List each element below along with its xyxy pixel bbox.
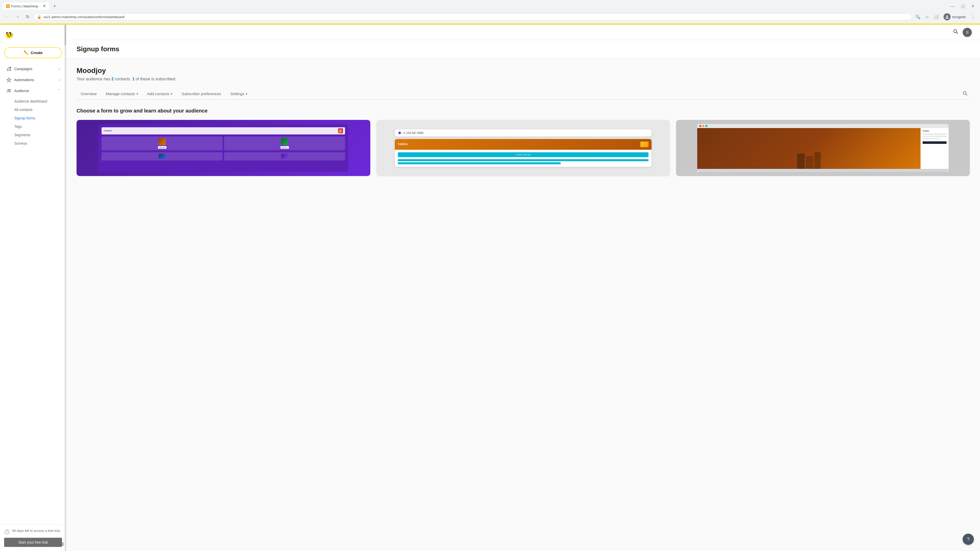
tab-subscriber-preferences[interactable]: Subscriber preferences: [177, 89, 225, 100]
audience-chevron: ˅: [58, 89, 60, 93]
help-button[interactable]: ?: [963, 534, 974, 545]
svg-point-7: [11, 34, 13, 36]
store-name-2: TANDU: [398, 143, 408, 146]
tab-overview[interactable]: Overview: [76, 89, 101, 100]
trial-text: 90 days left to access a free trial.: [12, 529, 61, 533]
address-bar[interactable]: 🔒 us21.admin.mailchimp.com/audience/form…: [34, 14, 912, 20]
sidebar-item-segments[interactable]: Segments: [2, 131, 64, 139]
product-img-3: [159, 154, 165, 159]
browser-menu-button[interactable]: ⋮: [969, 13, 977, 21]
browser-nav-tools: 🔍 ☆ ⬜ Incognito ⋮: [914, 12, 977, 21]
svg-point-10: [10, 89, 11, 90]
contacts-suffix: contacts.: [115, 77, 132, 81]
sidebar-item-signup-forms[interactable]: Signup forms: [2, 114, 64, 122]
new-tab-button[interactable]: +: [51, 3, 58, 10]
start-trial-button[interactable]: Start your free trial: [4, 538, 62, 547]
content-area: Moodjoy Your audience has 2 contacts. 1 …: [66, 59, 980, 184]
profile-button[interactable]: S: [963, 28, 972, 37]
tabs-container: Overview Manage contacts ▾ Add contacts …: [76, 89, 970, 100]
sidebar-footer: 🕐 90 days left to access a free trial. S…: [0, 524, 66, 551]
buy-btn-1: Buy now: [158, 146, 166, 149]
confirm-card: TANDU Confirm with text: [395, 139, 652, 167]
back-button[interactable]: ←: [3, 13, 11, 21]
mailchimp-logo: [4, 30, 14, 40]
audience-stats-prefix: Your audience has: [76, 77, 111, 81]
close-tab-button[interactable]: ✕: [43, 4, 46, 8]
sidebar-item-automations[interactable]: Automations ›: [2, 75, 64, 85]
input-fields: [398, 159, 649, 164]
tab-overview-label: Overview: [81, 92, 97, 96]
sidebar-item-surveys[interactable]: Surveys: [2, 139, 64, 148]
app-container: ✏️ Create Campaigns › Automations ›: [0, 25, 980, 551]
contacts-count-link[interactable]: 2: [111, 77, 114, 81]
automations-icon: [6, 77, 12, 83]
automations-label: Automations: [14, 78, 56, 82]
forward-button[interactable]: →: [13, 13, 21, 21]
form-cards-grid: TANDU Buy now: [76, 120, 970, 176]
window-close-dot: [699, 125, 701, 127]
global-search-button[interactable]: [951, 27, 961, 38]
sidebar-header: [0, 25, 66, 45]
audience-name: Moodjoy: [76, 67, 970, 75]
phone-bubble: +1 234 567 0000: [395, 129, 652, 137]
sidebar-item-campaigns[interactable]: Campaigns ›: [2, 64, 64, 74]
page-title: Signup forms: [76, 45, 970, 53]
product-row-1: Buy now Buy now: [102, 137, 345, 150]
incognito-avatar: [943, 13, 951, 21]
svg-point-6: [10, 35, 11, 36]
store-name-1: TANDU: [103, 130, 112, 132]
campaigns-chevron: ›: [59, 67, 60, 71]
sidebar-item-audience-dashboard[interactable]: Audience dashboard: [2, 97, 64, 105]
secure-icon: 🔒: [37, 15, 41, 19]
tab-manage-contacts-label: Manage contacts: [106, 92, 135, 96]
form-card-laptop[interactable]: TANDU: [676, 120, 970, 176]
signup-forms-label: Signup forms: [14, 116, 35, 120]
product-img-4: [281, 154, 288, 159]
minimize-window-button[interactable]: —: [948, 2, 956, 10]
window-max-dot: [705, 125, 708, 127]
incognito-button[interactable]: Incognito: [942, 12, 968, 21]
form-card-text-confirm[interactable]: +1 234 567 0000 TANDU Confirm with text: [376, 120, 670, 176]
tab-add-contacts[interactable]: Add contacts ▾: [143, 89, 177, 100]
tab-add-contacts-label: Add contacts: [147, 92, 169, 96]
tab-settings[interactable]: Settings ▾: [226, 89, 251, 100]
extension-button[interactable]: ⬜: [932, 13, 940, 21]
refresh-button[interactable]: ↻: [24, 13, 32, 21]
screen-photo-area: [697, 128, 920, 169]
audience-sub-nav: Audience dashboard All contacts Signup f…: [0, 97, 66, 148]
subscribed-suffix: of these is subscribed.: [136, 77, 177, 81]
clock-icon: 🕐: [4, 529, 10, 535]
close-window-button[interactable]: ✕: [969, 2, 977, 10]
maximize-window-button[interactable]: ⬜: [959, 2, 967, 10]
form-card-ecommerce[interactable]: TANDU Buy now: [76, 120, 370, 176]
sidebar-actions: ✏️ Create: [0, 45, 66, 62]
tab-subscriber-preferences-label: Subscriber preferences: [181, 92, 221, 96]
sidebar-item-tags[interactable]: Tags: [2, 122, 64, 130]
tab-manage-contacts[interactable]: Manage contacts ▾: [102, 89, 142, 100]
confirm-card-body: Confirm with text: [395, 150, 652, 167]
browser-tab-mailchimp[interactable]: M Forms | Mailchimp ✕: [3, 3, 49, 10]
sidebar-item-audience[interactable]: Audience ˅: [2, 86, 64, 96]
svg-line-12: [956, 32, 958, 34]
help-icon: ?: [967, 537, 969, 542]
create-button-label: Create: [30, 51, 43, 55]
sidebar-scrollbar[interactable]: [65, 25, 66, 551]
subscribed-count-link[interactable]: 1: [132, 77, 135, 81]
people-area: [697, 136, 920, 169]
create-button[interactable]: ✏️ Create: [4, 47, 62, 58]
tab-title: Forms | Mailchimp: [11, 4, 38, 8]
audience-dashboard-label: Audience dashboard: [14, 99, 47, 103]
sidebar-item-all-contacts[interactable]: All contacts: [2, 106, 64, 114]
trial-info: 🕐 90 days left to access a free trial.: [4, 529, 62, 535]
confirm-card-header: TANDU: [395, 139, 652, 150]
store-header: TANDU: [102, 127, 345, 135]
tab-search-button[interactable]: [961, 89, 970, 99]
svg-text:M: M: [7, 5, 9, 7]
pencil-icon: ✏️: [24, 50, 29, 55]
sidebar-toggle-button[interactable]: ⊞: [60, 541, 64, 547]
buy-btn-2: Buy now: [280, 146, 289, 149]
browser-search-button[interactable]: 🔍: [914, 13, 922, 21]
product-img-1: [159, 138, 165, 145]
bookmark-button[interactable]: ☆: [923, 13, 931, 21]
svg-point-5: [7, 35, 9, 36]
